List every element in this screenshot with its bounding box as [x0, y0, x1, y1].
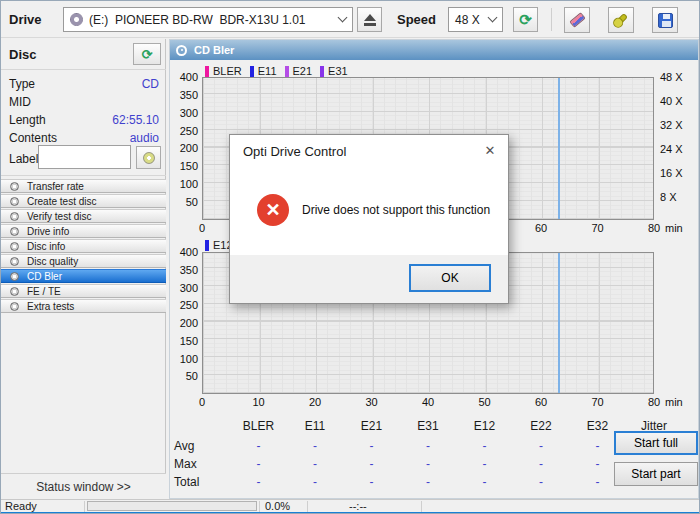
- statusbar-separator: [259, 501, 260, 512]
- sidebar-item-cd-bler[interactable]: CD Bler: [1, 269, 166, 283]
- start-part-button[interactable]: Start part: [614, 462, 698, 486]
- panel-title-bar: CD Bler: [170, 40, 698, 60]
- x-tick: 70: [591, 396, 603, 408]
- sidebar-item-label: Extra tests: [27, 301, 74, 312]
- disc-icon: [10, 197, 19, 206]
- stats-value: -: [596, 457, 600, 471]
- speed-tick: 32 X: [660, 119, 683, 131]
- stats-value: -: [426, 457, 430, 471]
- divider: [1, 175, 166, 176]
- start-full-label: Start full: [634, 436, 678, 450]
- close-icon[interactable]: ✕: [481, 141, 499, 159]
- stats-value: -: [370, 475, 374, 489]
- status-window-label: Status window >>: [36, 480, 131, 494]
- message-dialog: Opti Drive Control ✕ ✕ Drive does not su…: [229, 134, 509, 304]
- toolbar-separator: [551, 8, 552, 31]
- sidebar-item-transfer-rate[interactable]: Transfer rate: [1, 179, 166, 193]
- x-tick: 60: [535, 396, 547, 408]
- y-tick: 250: [170, 125, 198, 137]
- status-state: Ready: [5, 500, 37, 512]
- y-tick: 100: [170, 353, 198, 365]
- legend-marker-e12: [205, 240, 209, 251]
- label-field-label: Label: [9, 152, 38, 166]
- speed-label: Speed: [397, 12, 436, 27]
- opti-drive-control-window: Drive (E:) PIONEER BD-RW BDR-X13U 1.01 S…: [0, 0, 700, 514]
- y-tick: 150: [170, 160, 198, 172]
- stats-header: E21: [361, 419, 382, 433]
- y-tick: 100: [170, 178, 198, 190]
- refresh-disc-button[interactable]: ⟳: [133, 43, 161, 65]
- y-tick: 400: [170, 246, 198, 258]
- disc-icon: [10, 227, 19, 236]
- stats-value: -: [483, 439, 487, 453]
- sidebar-item-fe-te[interactable]: FE / TE: [1, 284, 166, 298]
- speed-select[interactable]: 48 X: [448, 7, 503, 32]
- x-tick: 10: [252, 396, 264, 408]
- sidebar-item-label: Verify test disc: [27, 211, 91, 222]
- y-tick: 150: [170, 335, 198, 347]
- stats-value: -: [257, 457, 261, 471]
- legend-marker-bler: [205, 66, 209, 77]
- eject-icon: [364, 14, 376, 26]
- stats-header: BLER: [243, 419, 274, 433]
- y-tick: 50: [170, 370, 198, 382]
- disc-length-marker: [558, 78, 560, 219]
- statusbar-separator: [307, 501, 308, 512]
- drive-select[interactable]: (E:) PIONEER BD-RW BDR-X13U 1.01: [63, 7, 353, 32]
- stats-header: E11: [305, 419, 325, 433]
- speed-tick: 48 X: [660, 71, 683, 83]
- stats-value: -: [596, 475, 600, 489]
- sidebar-item-verify-test-disc[interactable]: Verify test disc: [1, 209, 166, 223]
- start-full-button[interactable]: Start full: [614, 431, 698, 455]
- x-tick: 30: [365, 396, 377, 408]
- y-tick: 400: [170, 71, 198, 83]
- stats-value: -: [370, 439, 374, 453]
- ok-label: OK: [441, 271, 458, 285]
- sidebar-item-label: FE / TE: [27, 286, 61, 297]
- read-label-button[interactable]: [136, 146, 161, 169]
- disc-icon: [10, 257, 19, 266]
- legend-label: E31: [328, 65, 348, 77]
- statusbar-separator: [421, 501, 422, 512]
- chart1-legend: BLER E11 E21 E31: [205, 65, 354, 77]
- x-tick: 80: [648, 222, 660, 234]
- settings-button[interactable]: [608, 7, 634, 33]
- sidebar-item-label: Disc info: [27, 241, 65, 252]
- sidebar-item-disc-quality[interactable]: Disc quality: [1, 254, 166, 268]
- disc-field-type: Type CD: [1, 77, 166, 93]
- disc-panel-title: Disc: [9, 47, 36, 62]
- save-button[interactable]: [652, 7, 678, 33]
- x-tick: 50: [478, 396, 490, 408]
- x-tick: 80: [648, 396, 660, 408]
- stats-value: -: [483, 475, 487, 489]
- speed-tick: 40 X: [660, 95, 683, 107]
- legend-label: BLER: [213, 65, 242, 77]
- x-axis-unit: min: [665, 222, 683, 234]
- cd-icon: [176, 45, 187, 56]
- error-icon: ✕: [257, 194, 289, 226]
- sidebar-item-drive-info[interactable]: Drive info: [1, 224, 166, 238]
- x-tick: 60: [535, 222, 547, 234]
- sidebar-item-disc-info[interactable]: Disc info: [1, 239, 166, 253]
- disc-icon: [10, 287, 19, 296]
- elapsed-time: --:--: [349, 500, 367, 512]
- sidebar-item-label: Drive info: [27, 226, 69, 237]
- y-tick: 200: [170, 317, 198, 329]
- y-tick: 300: [170, 107, 198, 119]
- speed-tick: 16 X: [660, 167, 683, 179]
- erase-disc-button[interactable]: [564, 7, 590, 33]
- eject-button[interactable]: [357, 7, 382, 32]
- stats-value: -: [313, 439, 317, 453]
- sidebar-item-extra-tests[interactable]: Extra tests: [1, 299, 166, 313]
- ok-button[interactable]: OK: [409, 264, 491, 292]
- stats-value: -: [483, 457, 487, 471]
- label-input[interactable]: [38, 145, 131, 169]
- legend-label: E11: [258, 65, 277, 77]
- disc-drive-icon: [70, 13, 83, 26]
- refresh-speed-button[interactable]: ⟳: [513, 7, 538, 32]
- status-window-button[interactable]: Status window >>: [1, 473, 166, 500]
- sidebar-item-create-test-disc[interactable]: Create test disc: [1, 194, 166, 208]
- y-tick: 200: [170, 142, 198, 154]
- drive-label: Drive: [9, 12, 42, 27]
- y-tick: 350: [170, 264, 198, 276]
